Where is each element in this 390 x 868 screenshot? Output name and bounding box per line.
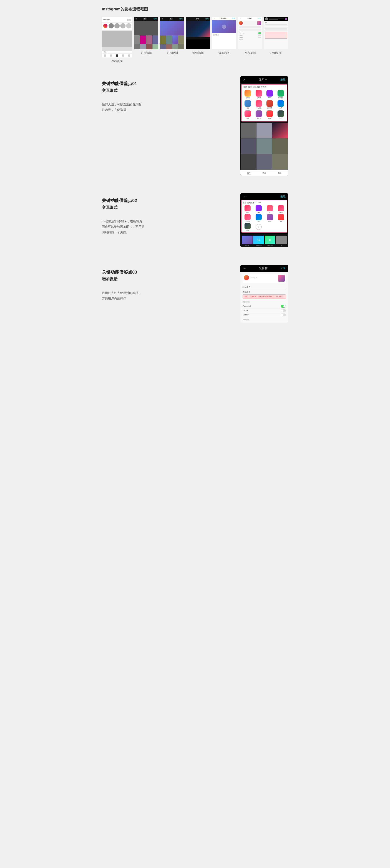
app-s-xhs2[interactable]: 小红书 bbox=[276, 205, 286, 213]
app-majie[interactable]: 马锋旅游 bbox=[276, 90, 286, 99]
screenshot-thumb-7: 导入 bbox=[264, 17, 288, 49]
photo-cell bbox=[241, 154, 256, 169]
mockup-3-header: ← 发新帖 分享 bbox=[241, 265, 288, 272]
post-avatar bbox=[244, 275, 249, 280]
feature-1-subtitle: 交互形式 bbox=[102, 88, 232, 93]
label-4: 滤镜选择 bbox=[192, 51, 204, 55]
app-yunji[interactable]: 云集 bbox=[243, 100, 253, 109]
feature-section-3: 关键功能借鉴点03 增加反馈 提示过去过去使用过的地址，方便用户高效操作 ← 发… bbox=[102, 265, 288, 322]
app-s-xhs[interactable]: 小红书 bbox=[243, 205, 253, 213]
tab-library[interactable]: 图库 bbox=[247, 172, 251, 175]
mockup-1-continue[interactable]: 继续 bbox=[280, 78, 285, 82]
app-grid: 全iK客 小红书 Veee 马锋旅游 bbox=[243, 90, 286, 120]
location-tag-4[interactable]: Xuhang... bbox=[275, 295, 284, 298]
location-tag-3[interactable]: Sheraton Shangha直... bbox=[257, 295, 275, 298]
label-3: 图片限制 bbox=[167, 51, 178, 55]
screenshot-4: ← 滤镜 继续 bbox=[186, 17, 210, 63]
feature-3-subtitle: 增加反馈 bbox=[102, 276, 232, 282]
post-area: 添加说明 bbox=[243, 274, 286, 283]
app-zhihu[interactable]: 知乎 bbox=[276, 100, 286, 109]
post-placeholder: 添加说明 bbox=[250, 277, 257, 279]
app-s-meipai[interactable]: 喜roo bbox=[276, 214, 286, 222]
location-row: 添加地点 首位 上海直直 Sheraton Shangha直... Xuhang… bbox=[243, 290, 286, 300]
location-tag-2[interactable]: 上海直直 bbox=[249, 295, 257, 298]
app-s-m[interactable]: M bbox=[265, 205, 275, 213]
platform-facebook: Facebook bbox=[243, 305, 251, 307]
platform-twitter: Twitter bbox=[243, 309, 248, 312]
mockup-3-share-btn[interactable]: 分享 bbox=[280, 267, 285, 270]
filter-m[interactable]: M bbox=[276, 236, 287, 246]
toggle-facebook[interactable] bbox=[281, 305, 286, 308]
photo-cell bbox=[272, 123, 288, 138]
app-xiaohongshu[interactable]: 小红书 bbox=[254, 90, 264, 99]
filter-normal[interactable]: Normal bbox=[242, 236, 253, 246]
mockup-2-continue[interactable]: 继续 bbox=[280, 195, 285, 198]
tab-weibo[interactable]: 微博 bbox=[248, 86, 252, 88]
mockup-2-back: ← bbox=[243, 195, 246, 198]
filter-clarendon[interactable]: C Clarendon bbox=[253, 236, 264, 246]
app-s-keep[interactable]: Keep bbox=[243, 223, 253, 231]
toggle-tumblr[interactable] bbox=[281, 313, 286, 316]
share-twitter-row: Twitter bbox=[243, 309, 286, 313]
app-s-haichao[interactable]: 上海美食 bbox=[243, 214, 253, 222]
feature-2-subtitle: 交互形式 bbox=[102, 205, 232, 210]
add-app-btn[interactable]: + bbox=[254, 223, 263, 231]
photo-cell bbox=[256, 154, 272, 169]
tag-user-row[interactable]: 标记用户 bbox=[243, 285, 286, 290]
app-quank[interactable]: 全iK客 bbox=[243, 90, 253, 99]
mockup-1-close: ✕ bbox=[243, 78, 246, 81]
tab-recommend[interactable]: 推荐 bbox=[244, 86, 247, 88]
platform-tumblr: Tumblr bbox=[243, 314, 249, 316]
screenshot-3: ✕ 图库 继续 bbox=[160, 17, 184, 63]
location-tag-1[interactable]: 首位 bbox=[244, 295, 248, 298]
feature-3-text: 关键功能借鉴点03 增加反馈 提示过去过去使用过的地址，方便用户高效操作 bbox=[102, 265, 232, 301]
post-img-thumb bbox=[278, 275, 285, 282]
app-keep[interactable]: Keep bbox=[276, 111, 286, 119]
label-1: 发布页面 bbox=[111, 59, 123, 63]
feature-2-mockup: ← 继续 推荐 运动健康 CCtalk 小红书 bbox=[241, 193, 288, 247]
feature-3-mockup: ← 发新帖 分享 添加说明 标记用户 bbox=[241, 265, 288, 322]
location-tags: 首位 上海直直 Sheraton Shangha直... Xuhang... bbox=[243, 294, 286, 299]
screenshot-thumb-6: ← 发新帖 分享 bbox=[238, 17, 262, 49]
tag-user-label: 标记用户 bbox=[243, 286, 250, 288]
screenshot-2: ✕ 图库 继续 bbox=[134, 17, 158, 63]
advanced-settings[interactable]: 高级设置 bbox=[243, 317, 286, 321]
tab-sports[interactable]: 运动健康 bbox=[253, 86, 260, 88]
photo-grid bbox=[241, 123, 288, 169]
feature-1-image: ✕ 图库 ▼ 继续 推荐 微博 运动健康 CCtalk bbox=[241, 76, 288, 176]
photo-cell bbox=[241, 138, 256, 154]
tab-videos[interactable]: 视频 bbox=[278, 172, 281, 175]
app-meipai[interactable]: 喜roo bbox=[265, 111, 275, 119]
app-tuijian[interactable]: 推荐 bbox=[243, 111, 253, 119]
app-s-zhihu[interactable]: 知乎 bbox=[254, 214, 263, 222]
app-grid-tabs: 推荐 微博 运动健康 CCtalk bbox=[243, 86, 286, 90]
tab-photos[interactable]: 照片 bbox=[262, 172, 266, 175]
app-zhongcao[interactable]: 众享亿家 bbox=[265, 100, 275, 109]
screenshot-1: Instagram bbox=[102, 17, 132, 63]
app-pinliang[interactable]: 品良会 bbox=[254, 111, 264, 119]
screenshot-7: 导入 小组页面 bbox=[264, 17, 288, 63]
screenshot-thumb-2: ✕ 图库 继续 bbox=[134, 17, 158, 49]
mockup-bottom-tabs: 图库 照片 视频 bbox=[241, 170, 288, 176]
app-s-veee[interactable]: Veee bbox=[254, 205, 263, 213]
photo-cell bbox=[256, 123, 272, 138]
photo-cell bbox=[241, 123, 256, 138]
screenshot-thumb-1: Instagram bbox=[102, 17, 132, 58]
mockup-3-content: 添加说明 标记用户 添加地点 首位 上海直直 Sher bbox=[241, 272, 288, 322]
mockup-3-back: ← bbox=[243, 267, 246, 270]
filter-gingham[interactable]: G Gingham bbox=[265, 236, 276, 246]
screenshot-thumb-5: ← 添加标签 完成 + 选择图片 bbox=[212, 17, 236, 49]
feature-3-desc: 提示过去过去使用过的地址，方便用户高效操作 bbox=[102, 290, 232, 301]
app-haichao[interactable]: 专拉海购 bbox=[254, 100, 264, 109]
tab-cctalk[interactable]: CCtalk bbox=[261, 86, 267, 88]
app-grid-section: 推荐 微博 运动健康 CCtalk 全iK客 小红书 bbox=[241, 84, 287, 122]
post-input-area[interactable]: 添加说明 bbox=[250, 275, 277, 279]
feature-section-1: 关键功能借鉴点01 交互形式 顶部大图，可以直观的看到图片内容，方便选择 ✕ 图… bbox=[102, 76, 288, 176]
app-veee[interactable]: Veee bbox=[265, 90, 275, 99]
feature-2-title: 关键功能借鉴点02 bbox=[102, 197, 232, 204]
screenshot-5: ← 添加标签 完成 + 选择图片 bbox=[212, 17, 236, 63]
feature-1-title: 关键功能借鉴点01 bbox=[102, 81, 232, 87]
feature-3-title: 关键功能借鉴点03 bbox=[102, 269, 232, 275]
toggle-twitter[interactable] bbox=[281, 309, 286, 312]
app-s-pinliang[interactable]: 品良会 bbox=[265, 214, 275, 222]
